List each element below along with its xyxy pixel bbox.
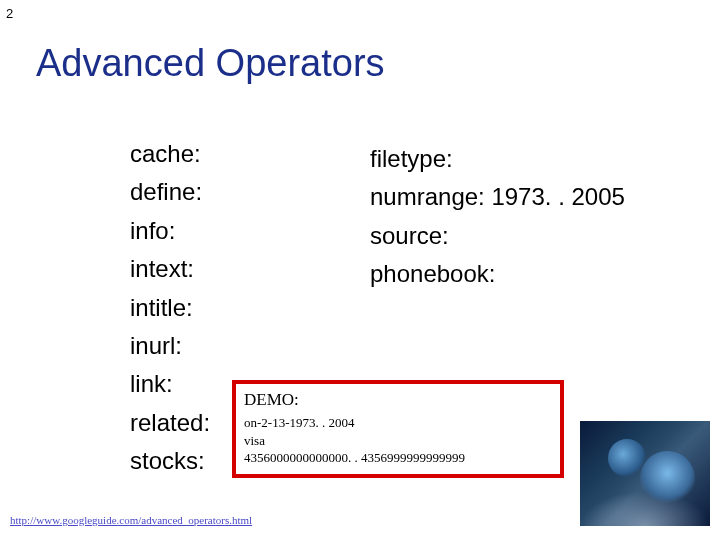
operator-item: numrange: 1973. . 2005 bbox=[370, 178, 625, 216]
operator-item: intext: bbox=[130, 250, 210, 288]
operators-column-right: filetype: numrange: 1973. . 2005 source:… bbox=[370, 140, 625, 294]
operator-item: info: bbox=[130, 212, 210, 250]
demo-label: DEMO: bbox=[244, 390, 552, 410]
operator-item: stocks: bbox=[130, 442, 210, 480]
demo-line: visa bbox=[244, 432, 552, 450]
operators-column-left: cache: define: info: intext: intitle: in… bbox=[130, 135, 210, 481]
operator-item: intitle: bbox=[130, 289, 210, 327]
footer-link[interactable]: http://www.googleguide.com/advanced_oper… bbox=[10, 514, 252, 526]
operator-item: filetype: bbox=[370, 140, 625, 178]
demo-line: 4356000000000000. . 4356999999999999 bbox=[244, 449, 552, 467]
operator-item: source: bbox=[370, 217, 625, 255]
operator-item: define: bbox=[130, 173, 210, 211]
slide-title: Advanced Operators bbox=[36, 42, 385, 85]
demo-line: on-2-13-1973. . 2004 bbox=[244, 414, 552, 432]
operator-item: related: bbox=[130, 404, 210, 442]
slide-image bbox=[580, 421, 710, 526]
operator-item: inurl: bbox=[130, 327, 210, 365]
operator-item: link: bbox=[130, 365, 210, 403]
page-number: 2 bbox=[6, 6, 13, 21]
operator-item: cache: bbox=[130, 135, 210, 173]
operator-item: phonebook: bbox=[370, 255, 625, 293]
demo-box: DEMO: on-2-13-1973. . 2004 visa 43560000… bbox=[232, 380, 564, 478]
